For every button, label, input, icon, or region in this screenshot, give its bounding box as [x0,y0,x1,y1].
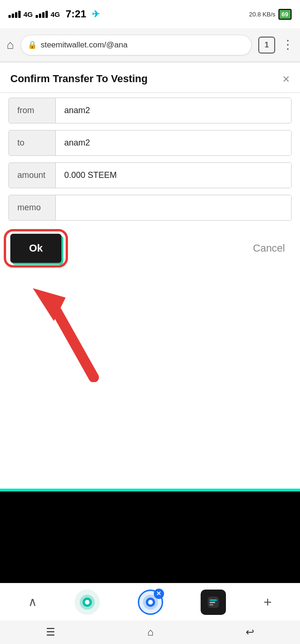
battery-indicator: 69 [278,9,292,20]
to-row: to anam2 [8,130,292,156]
confirm-transfer-dialog: Confirm Transfer To Vesting × from anam2… [0,62,300,269]
tab-count-button[interactable]: 1 [258,37,275,54]
browser-bar: ⌂ 🔒 steemitwallet.com/@ana 1 ⋮ [0,28,300,62]
dark-app-icon [207,596,220,609]
ok-button[interactable]: Ok [10,234,61,263]
nav-back-button[interactable]: ∧ [28,595,37,609]
red-arrow-icon [28,274,112,382]
button-row: Ok Cancel [0,227,300,269]
url-bar[interactable]: 🔒 steemitwallet.com/@ana [21,35,252,55]
amount-row: amount 0.000 STEEM [8,162,292,188]
status-time: 7:21 [66,8,86,20]
from-value: anam2 [56,98,291,123]
dialog-close-button[interactable]: × [283,73,290,85]
home-system-icon[interactable]: ⌂ [147,626,153,638]
svg-point-4 [85,600,90,605]
svg-rect-10 [210,602,215,603]
dialog-header: Confirm Transfer To Vesting × [0,62,300,93]
url-text: steemitwallet.com/@ana [41,40,128,50]
data-speed: 20.8 KB/s [249,11,275,18]
system-nav-bar: ☰ ⌂ ↩ [0,621,300,644]
close-badge: ✕ [154,589,164,599]
circle-logo-icon [79,594,95,610]
network-label-2: 4G [51,10,60,18]
signal-icon-2 [36,11,48,18]
tiktok-area [0,491,300,583]
from-row: from anam2 [8,98,292,123]
form-section: from anam2 to anam2 amount 0.000 STEEM m… [0,93,300,221]
svg-rect-11 [210,604,213,606]
memo-value [56,195,291,220]
cancel-button[interactable]: Cancel [248,234,290,263]
svg-line-0 [52,302,94,377]
ok-button-wrapper: Ok [10,234,61,263]
back-system-icon[interactable]: ↩ [246,626,254,638]
more-options-icon[interactable]: ⋮ [282,38,293,52]
svg-point-7 [148,600,153,605]
arrow-annotation [0,274,300,382]
dialog-title: Confirm Transfer To Vesting [10,73,148,85]
home-icon[interactable]: ⌂ [7,38,14,52]
menu-icon[interactable]: ☰ [46,626,55,638]
lock-icon: 🔒 [28,40,37,49]
amount-label: amount [9,163,56,188]
amount-value: 0.000 STEEM [56,163,291,188]
tiktok-nav-icon-active[interactable]: ✕ [138,590,163,615]
network-label-1: 4G [23,10,33,18]
signal-icon-1 [8,11,21,18]
status-bar: 4G 4G 7:21 ✈ 20.8 KB/s 69 [0,0,300,28]
memo-label: memo [9,195,56,220]
new-tab-button[interactable]: + [263,594,272,610]
to-label: to [9,130,56,155]
carrier-icon: ✈ [92,8,100,20]
tiktok-nav-icon-1[interactable] [75,590,100,615]
svg-rect-9 [210,599,217,601]
from-label: from [9,98,56,123]
tiktok-nav-icon-2[interactable] [201,590,226,615]
to-value: anam2 [56,130,291,155]
bottom-nav: ∧ ✕ + [0,583,300,621]
memo-row: memo [8,195,292,221]
